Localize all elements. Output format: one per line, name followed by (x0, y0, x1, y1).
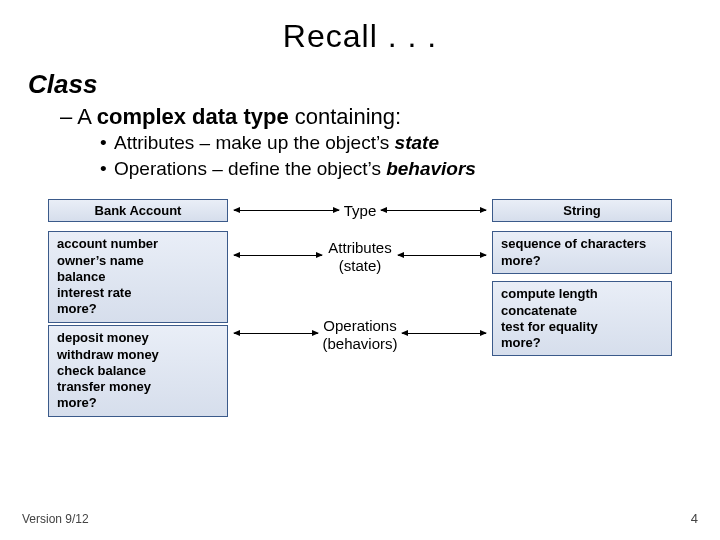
sub-prefix: – A (60, 104, 97, 129)
heading-class: Class (28, 69, 720, 100)
label-ops-2: (behaviors) (0, 335, 720, 352)
label-ops-1: Operations (0, 317, 720, 334)
subheading: – A complex data type containing: (60, 104, 720, 130)
bullet-1-bold: state (395, 132, 439, 153)
page-title: Recall . . . (0, 18, 720, 55)
bullet-1: •Attributes – make up the object’s state (100, 130, 720, 156)
footer-version: Version 9/12 (22, 512, 89, 526)
bullet-2: •Operations – define the object’s behavi… (100, 156, 720, 182)
footer-page: 4 (691, 511, 698, 526)
bullet-1-text: Attributes – make up the object’s (114, 132, 395, 153)
bullet-2-bold: behaviors (386, 158, 476, 179)
arrow-attrs-right (398, 255, 486, 256)
arrow-attrs-left (234, 255, 322, 256)
diagram: Bank Account account number owner’s name… (0, 199, 720, 459)
arrow-ops-left (234, 333, 318, 334)
label-attrs-1: Attributes (0, 239, 720, 256)
bullet-2-text: Operations – define the object’s (114, 158, 386, 179)
sub-suffix: containing: (289, 104, 402, 129)
arrow-type-left (234, 210, 339, 211)
label-type: Type (0, 202, 720, 219)
arrow-ops-right (402, 333, 486, 334)
arrow-type-right (381, 210, 486, 211)
sub-bold: complex data type (97, 104, 289, 129)
label-attrs-2: (state) (0, 257, 720, 274)
